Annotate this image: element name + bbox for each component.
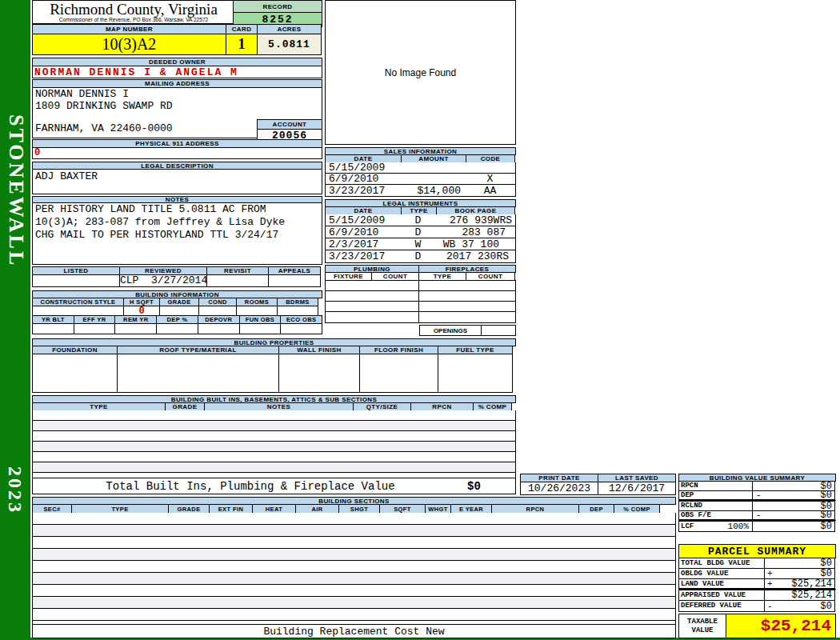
legal-instruments-rows: 5/15/2009 D 276 939WRS 6/9/2010 D 283 08…	[325, 214, 516, 263]
sales-date: 5/15/2009	[326, 162, 401, 174]
sales-rows: 5/15/2009 6/9/2010 X 3/23/2017 $14,000 A…	[325, 162, 516, 197]
parcel-row: APPRAISED VALUE $25,214	[678, 590, 836, 601]
plumbing-cell	[325, 311, 419, 323]
property-image-placeholder: No Image Found	[325, 0, 516, 145]
parcel-row: DEFERRED VALUE - $0	[678, 600, 836, 612]
print-info-values: 10/26/2023 12/6/2017	[520, 482, 676, 495]
parcel-row-valuecell: $0	[764, 558, 835, 569]
taxable-value: $25,214	[726, 614, 836, 638]
mailing-line: FARNHAM, VA 22460-0000	[33, 122, 173, 134]
li-date: 6/9/2010	[326, 226, 401, 238]
parcel-value: $25,214	[774, 590, 834, 601]
building-sections-empty-row	[32, 609, 676, 621]
building-value-summary-table: RPCN $0 DEP - $0 RCLND $0 OBS F/E - $	[678, 481, 836, 532]
building-sections-empty-row	[32, 573, 676, 585]
li-type: W	[400, 238, 436, 250]
bvs-op: -	[753, 510, 767, 520]
li-date: 5/15/2009	[326, 214, 401, 226]
parcel-row-valuecell: - $0	[764, 600, 835, 612]
parcel-value: $25,214	[774, 578, 834, 590]
no-image-text: No Image Found	[385, 67, 456, 78]
li-type: D	[400, 250, 436, 262]
property-record-card: STONEWALL 2023 Richmond County, Virginia…	[0, 0, 840, 640]
acres-value: 5.0811	[257, 34, 322, 55]
effyr-value	[74, 323, 116, 334]
openings-value	[481, 325, 516, 336]
map-value-row: 10(3)A2 1 5.0811	[32, 34, 322, 55]
bvs-row-valuecell: $0	[752, 521, 835, 532]
county-title: Richmond County, Virginia	[33, 1, 234, 18]
record-box: RECORD 8252	[233, 0, 322, 25]
notes-line: PER HISTORY LAND TITLE 5.0811 AC FROM	[33, 203, 322, 216]
notes-box: PER HISTORY LAND TITLE 5.0811 AC FROM 10…	[32, 202, 322, 265]
bvs-value: $0	[766, 521, 834, 532]
ecoobs-value	[280, 323, 322, 334]
sales-date: 3/23/2017	[326, 185, 401, 197]
built-ins-body	[32, 410, 516, 484]
openings-row: OPENINGS	[419, 325, 516, 336]
bvs-row-label: LCF 100%	[678, 521, 753, 532]
office-subtitle: Commissioner of the Revenue, PO Box 366,…	[33, 17, 234, 22]
mailing-line: 1809 DRINKING SWAMP RD	[33, 100, 322, 112]
pf-empty-row	[325, 311, 516, 323]
fuel-type-value	[438, 354, 513, 393]
foundation-value	[32, 354, 118, 393]
built-ins-empty-row	[32, 431, 516, 442]
fireplaces-cell	[418, 301, 516, 312]
notes-line: 10(3)A; 283-087 from Jeffrey & Lisa Dyke	[33, 216, 322, 229]
parcel-row: LAND VALUE + $25,214	[678, 578, 836, 590]
record-label: RECORD	[233, 0, 322, 13]
plumbing-cell	[325, 290, 419, 302]
bvs-row: LCF 100% $0	[678, 521, 836, 532]
plumbing-cell	[325, 280, 419, 291]
parcel-row-label: LAND VALUE	[678, 578, 765, 589]
sidebar: STONEWALL 2023	[0, 0, 30, 640]
legal-description-value: ADJ BAXTER	[32, 169, 322, 194]
built-ins-empty-row	[32, 410, 516, 421]
tax-year: 2023	[4, 466, 26, 514]
building-sections-empty-row	[32, 561, 676, 573]
building-sections-empty-row	[32, 585, 676, 597]
bvs-lcf-label: LCF	[679, 522, 694, 530]
mailing-line: NORMAN DENNIS I	[33, 88, 322, 100]
built-ins-empty-row	[32, 421, 516, 431]
built-ins-empty-row	[32, 442, 516, 452]
building-sections-empty-row	[32, 525, 676, 537]
deppct-value	[156, 323, 198, 334]
wall-finish-value	[278, 354, 360, 393]
li-bookpage: 283 087	[435, 226, 515, 238]
roof-type-value	[117, 354, 279, 393]
fireplaces-cell	[418, 290, 516, 302]
parcel-row: TOTAL BLDG VALUE $0	[678, 558, 836, 569]
sales-code: AA	[465, 185, 515, 197]
built-ins-empty-row	[32, 462, 516, 473]
deeded-owner-value: NORMAN DENNIS I & ANGELA M	[32, 66, 322, 78]
li-bookpage: WB 37 100	[435, 238, 515, 250]
built-ins-total-row: Total Built Ins, Plumbing & Fireplace Va…	[32, 478, 516, 494]
li-type: D	[400, 214, 436, 226]
print-date-value: 10/26/2023	[520, 482, 598, 495]
li-bookpage: 2017 230RS	[435, 250, 515, 262]
title-box: Richmond County, Virginia Commissioner o…	[32, 0, 322, 24]
parcel-row-label: TOTAL BLDG VALUE	[678, 558, 765, 569]
parcel-summary-label: PARCEL SUMMARY	[678, 544, 836, 558]
last-saved-value: 12/6/2017	[598, 482, 676, 495]
li-type: D	[400, 226, 436, 238]
bvs-row: DEP - $0	[678, 490, 836, 501]
openings-label: OPENINGS	[419, 325, 482, 336]
bvs-value: $0	[766, 490, 834, 501]
sales-date: 6/9/2010	[326, 173, 401, 185]
pf-empty-row	[325, 301, 516, 312]
building-sections-body	[32, 513, 676, 633]
sales-row: 6/9/2010 X	[325, 174, 516, 185]
parcel-row-label: DEFERRED VALUE	[678, 600, 765, 612]
sales-amount: $14,000	[400, 185, 466, 197]
built-ins-total-value: $0	[467, 480, 515, 493]
parcel-value: $0	[774, 558, 834, 569]
fireplaces-cell	[418, 311, 516, 323]
pf-empty-row	[325, 290, 516, 302]
parcel-row-valuecell: $25,214	[764, 590, 835, 601]
funobs-value	[239, 323, 282, 334]
revisit-value	[206, 274, 269, 287]
bvs-lcf-pct: 100%	[693, 522, 752, 531]
